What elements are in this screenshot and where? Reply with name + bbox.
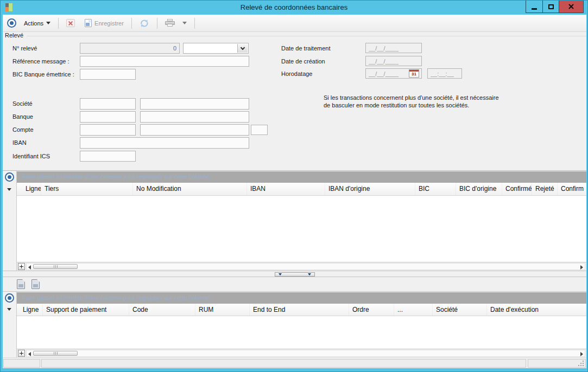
delete-button[interactable]: [63, 17, 78, 29]
actions-button[interactable]: Actions: [21, 18, 54, 28]
group-title-releve: Relevé: [5, 32, 23, 39]
iban-input[interactable]: [80, 137, 249, 149]
application-window: Relevé de coordonnées bancaires Actions …: [0, 0, 588, 372]
toolbar: Actions Enregistrer: [3, 15, 586, 32]
column-header-confirm[interactable]: Confirm: [558, 183, 586, 195]
multi-societe-notice: Si les transactions concernent plus d'un…: [324, 94, 499, 109]
splitter-collapse-button[interactable]: [275, 272, 315, 277]
column-header-rum[interactable]: RUM: [195, 304, 250, 316]
print-options-button[interactable]: [179, 20, 190, 26]
refresh-button[interactable]: [136, 17, 153, 29]
societe-label: Société: [12, 100, 33, 107]
scrollbar-thumb[interactable]: [33, 351, 78, 356]
column-header--[interactable]: ...: [394, 304, 433, 316]
column-header-date-d-ex-cution[interactable]: Date d'exécution: [487, 304, 586, 316]
resize-grip[interactable]: [576, 360, 584, 366]
record-target-icon: [5, 293, 14, 303]
save-button-label: Enregistrer: [94, 20, 124, 27]
collapse-down-icon: [308, 273, 311, 275]
scroll-right-icon[interactable]: [580, 352, 583, 356]
refresh-icon: [140, 19, 149, 28]
column-header-tiers[interactable]: Tiers: [41, 183, 133, 195]
column-header-soci-t-[interactable]: Société: [433, 304, 487, 316]
column-header-bic[interactable]: BIC: [415, 183, 456, 195]
reference-message-label: Référence message :: [12, 58, 69, 65]
print-button[interactable]: [162, 17, 178, 29]
ics-input[interactable]: [80, 151, 136, 162]
maximize-button[interactable]: [542, 1, 559, 12]
num-releve-combobox[interactable]: [183, 43, 249, 54]
group-divider: [27, 36, 586, 36]
column-header-ordre[interactable]: Ordre: [349, 304, 394, 316]
document-button-1[interactable]: [17, 279, 25, 289]
chevron-down-icon: [46, 22, 50, 24]
maximize-icon: [548, 4, 554, 9]
banque-name-input[interactable]: [140, 111, 249, 123]
column-header-iban-d-origine[interactable]: IBAN d'origine: [325, 183, 415, 195]
close-button[interactable]: [559, 1, 583, 12]
societe-name-input[interactable]: [140, 98, 249, 110]
column-header-code[interactable]: Code: [129, 304, 195, 316]
grid-menu-button[interactable]: [7, 188, 11, 191]
group-by-panel: Faire glisser ici l'entête d'une colonne…: [17, 292, 586, 304]
column-header-rejet-[interactable]: Rejeté: [532, 183, 558, 195]
grid-paiements-scrollbar-row: [17, 349, 586, 357]
iban-label: IBAN: [12, 139, 27, 146]
column-header-no-modification[interactable]: No Modification: [133, 183, 247, 195]
grid-menu-button[interactable]: [7, 308, 11, 311]
splitter[interactable]: [3, 271, 586, 277]
column-header-iban[interactable]: IBAN: [247, 183, 325, 195]
status-cell-left: [3, 359, 40, 368]
save-button[interactable]: Enregistrer: [81, 17, 127, 29]
chevron-down-icon: [241, 45, 245, 49]
combobox-dropdown-button[interactable]: [237, 44, 248, 53]
grid-paiements-body: [17, 316, 586, 349]
add-row-button[interactable]: [18, 263, 25, 270]
grid-paiements: Faire glisser ici l'entête d'une colonne…: [3, 291, 586, 357]
save-icon: [85, 19, 92, 27]
reference-message-input[interactable]: [80, 56, 249, 67]
calendar-button[interactable]: 31: [409, 69, 419, 78]
date-creation-input[interactable]: [365, 56, 422, 66]
ics-label: Identifiant ICS: [12, 153, 50, 159]
banque-code-input[interactable]: [80, 111, 136, 123]
compte-extra-input[interactable]: [251, 125, 268, 135]
bic-emettrice-input[interactable]: [80, 69, 136, 80]
scrollbar-thumb[interactable]: [33, 264, 78, 269]
add-row-button[interactable]: [18, 350, 25, 357]
titlebar: Relevé de coordonnées bancaires: [1, 1, 587, 15]
column-header-bic-d-origine[interactable]: BIC d'origine: [456, 183, 502, 195]
scroll-left-icon[interactable]: [28, 352, 31, 356]
toolbar-separator: [194, 18, 195, 29]
column-header-ligne[interactable]: Ligne: [17, 304, 43, 316]
window-content: Actions Enregistrer: [3, 15, 586, 368]
column-header-ligne[interactable]: Ligne: [17, 183, 41, 195]
column-header-end-to-end[interactable]: End to End: [250, 304, 349, 316]
horizontal-scrollbar[interactable]: [26, 263, 585, 270]
record-target-icon: [7, 18, 16, 28]
column-header-support-de-paiement[interactable]: Support de paiement: [43, 304, 129, 316]
compte-code-input[interactable]: [80, 124, 136, 136]
grid-paiements-header: LigneSupport de paiementCodeRUMEnd to En…: [17, 304, 586, 316]
compte-label: Compte: [12, 126, 34, 133]
scroll-right-icon[interactable]: [580, 265, 583, 270]
toolbar-separator: [58, 18, 59, 29]
status-cell-main: [41, 359, 526, 368]
grid-coordonnees-header: LigneTiersNo ModificationIBANIBAN d'orig…: [17, 183, 586, 196]
scroll-left-icon[interactable]: [28, 265, 31, 270]
minimize-button[interactable]: [526, 1, 542, 12]
date-traitement-input[interactable]: [365, 43, 422, 53]
horodatage-time-input[interactable]: [427, 68, 462, 79]
num-releve-input[interactable]: [80, 43, 180, 54]
date-traitement-label: Date de traitement: [281, 45, 331, 52]
document-button-2[interactable]: [31, 279, 40, 289]
collapse-down-icon: [279, 273, 282, 275]
grid-coordonnees-scrollbar-row: [17, 262, 586, 271]
status-bar: [3, 357, 586, 368]
societe-code-input[interactable]: [80, 98, 136, 110]
column-header-confirm-[interactable]: Confirmé: [502, 183, 532, 195]
compte-name-input[interactable]: [140, 124, 249, 136]
horizontal-scrollbar[interactable]: [26, 350, 585, 357]
num-releve-label: N° relevé: [12, 45, 37, 52]
delete-icon: [66, 19, 75, 27]
